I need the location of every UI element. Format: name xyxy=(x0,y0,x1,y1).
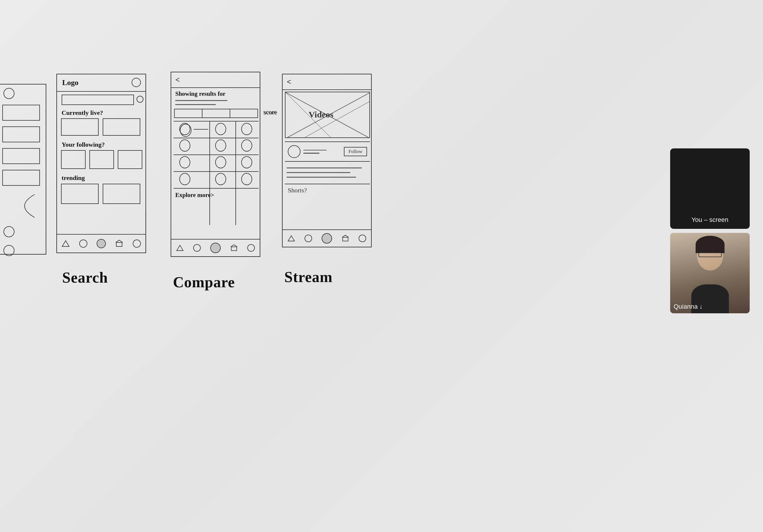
video-panel-you: You – screen xyxy=(670,149,750,229)
compare-oval-c2r1 xyxy=(215,123,226,135)
compare-result-line-2 xyxy=(175,104,216,105)
left-arc xyxy=(12,194,41,218)
search-frame-label: Search xyxy=(62,269,108,286)
frame-left-partial xyxy=(0,84,46,255)
compare-oval-c3r2 xyxy=(241,140,252,152)
quianna-hair xyxy=(696,236,724,253)
stream-nav-people-icon[interactable] xyxy=(304,235,312,242)
frame-search: Logo Currently live? Your following? tre… xyxy=(56,74,146,253)
quianna-video-feed xyxy=(670,233,750,313)
stream-nav-settings-icon[interactable] xyxy=(359,235,366,242)
frame-stream: < Videos Follow Shorts? xyxy=(282,74,372,247)
search-following-label: Your following? xyxy=(61,141,105,149)
compare-nav-store-icon[interactable] xyxy=(230,244,238,252)
compare-back-arrow[interactable]: < xyxy=(175,75,180,84)
svg-line-7 xyxy=(303,101,370,138)
compare-nav-bar xyxy=(171,239,260,256)
stream-top-divider xyxy=(282,89,371,90)
stream-desc-line-3 xyxy=(287,177,356,178)
stream-profile-name-line xyxy=(303,150,327,151)
search-following-item-3 xyxy=(118,150,142,169)
search-logo-text: Logo xyxy=(62,78,78,87)
compare-row-div-5 xyxy=(173,188,259,189)
left-rect-2 xyxy=(2,126,40,142)
search-magnifier-icon xyxy=(137,96,144,103)
compare-oval-c3r4 xyxy=(241,173,252,185)
compare-oval-c2r2 xyxy=(215,140,226,152)
quianna-label: Quianna ↓ xyxy=(674,303,703,310)
compare-nav-active-icon[interactable] xyxy=(210,243,221,253)
svg-marker-2 xyxy=(176,245,183,251)
search-live-item-1 xyxy=(61,118,99,136)
compare-oval-c1r2 xyxy=(179,140,190,152)
compare-oval-c3r3 xyxy=(241,156,252,168)
you-screen-label: You – screen xyxy=(692,216,728,224)
left-rect-3 xyxy=(2,148,40,164)
compare-nav-home-icon[interactable] xyxy=(176,244,184,252)
video-panel-quianna: Quianna ↓ xyxy=(670,233,750,313)
stream-nav-active-icon[interactable] xyxy=(322,233,332,244)
compare-tab-3[interactable] xyxy=(230,109,258,117)
compare-item-r1c1-line xyxy=(194,129,208,130)
compare-oval-c2r3 xyxy=(215,156,226,168)
compare-row-div-2 xyxy=(173,138,259,138)
compare-explore-more[interactable]: Explore more> xyxy=(175,191,214,199)
compare-result-line-1 xyxy=(175,100,227,101)
stream-nav-home-icon[interactable] xyxy=(287,235,295,242)
search-nav-store-icon[interactable] xyxy=(115,240,123,248)
search-trending-label: trending xyxy=(61,174,85,182)
stream-video-text: Videos xyxy=(309,110,334,120)
frame-compare: < Showing results for score Explore more… xyxy=(171,72,260,257)
stream-follow-button[interactable]: Follow xyxy=(344,147,367,156)
search-nav-home-icon[interactable] xyxy=(61,240,70,248)
compare-nav-people-icon[interactable] xyxy=(193,244,201,252)
compare-oval-c1r3 xyxy=(179,156,190,168)
stream-follow-label: Follow xyxy=(349,149,363,155)
left-circle-bottom xyxy=(3,226,15,237)
stream-nav-store-icon[interactable] xyxy=(342,235,349,242)
search-nav-active-icon[interactable] xyxy=(97,239,106,248)
search-bar[interactable] xyxy=(61,95,134,105)
stream-profile-row: Follow xyxy=(285,142,370,162)
search-profile-icon-top xyxy=(132,78,141,87)
svg-rect-3 xyxy=(231,247,237,251)
svg-marker-0 xyxy=(62,241,69,247)
compare-tab-2[interactable] xyxy=(202,109,230,117)
left-circle-top xyxy=(3,88,15,99)
stream-frame-label: Stream xyxy=(284,268,333,285)
compare-nav-settings-icon[interactable] xyxy=(247,244,255,252)
search-following-item-2 xyxy=(89,150,114,169)
compare-col-div-1 xyxy=(209,121,210,225)
search-nav-settings-icon[interactable] xyxy=(133,240,141,248)
compare-tab-1[interactable] xyxy=(175,109,202,117)
compare-oval-c2r4 xyxy=(215,173,226,185)
compare-row-div-3 xyxy=(173,155,259,155)
left-gear-icon xyxy=(3,245,15,256)
svg-rect-9 xyxy=(343,237,348,241)
left-rect-4 xyxy=(2,170,40,186)
compare-frame-label: Compare xyxy=(173,274,235,291)
compare-oval-c3r1 xyxy=(241,123,252,135)
stream-video-area: Videos xyxy=(285,92,370,138)
stream-desc-line-2 xyxy=(287,172,350,173)
search-following-item-1 xyxy=(61,150,86,169)
search-trending-item-1 xyxy=(61,184,99,204)
svg-rect-1 xyxy=(116,243,122,247)
search-currently-live-label: Currently live? xyxy=(61,109,103,117)
compare-row-div-1 xyxy=(173,121,259,122)
compare-oval-c1r1 xyxy=(179,123,190,135)
left-rect-1 xyxy=(2,105,40,121)
stream-desc-line-1 xyxy=(287,167,362,168)
stream-nav-bar xyxy=(282,229,371,247)
stream-profile-avatar xyxy=(288,145,300,158)
stream-shorts-label: Shorts? xyxy=(288,187,307,194)
search-trending-item-2 xyxy=(103,184,140,204)
search-nav-bar xyxy=(57,234,146,253)
stream-profile-sub-line xyxy=(303,153,319,154)
compare-filter-tabs[interactable] xyxy=(174,109,258,118)
stream-back-arrow[interactable]: < xyxy=(287,77,291,86)
search-top-divider xyxy=(57,91,146,92)
search-nav-people-icon[interactable] xyxy=(79,240,87,248)
stream-shorts-section: Shorts? xyxy=(285,184,370,196)
compare-col-div-2 xyxy=(235,121,236,225)
